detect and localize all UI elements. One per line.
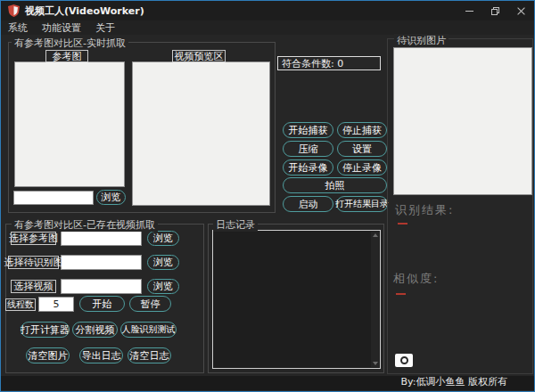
- export-log-button[interactable]: 导出日志: [79, 347, 123, 363]
- log-group-title: 日志记录: [213, 218, 258, 232]
- thread-count-label: 线程数: [5, 298, 36, 311]
- menu-bar: 系统 功能设置 关于: [1, 20, 534, 35]
- restore-icon: [491, 7, 499, 15]
- start-button[interactable]: 开始: [79, 296, 125, 312]
- target-image-panel: [393, 47, 532, 195]
- log-textarea[interactable]: [212, 230, 381, 369]
- thread-count-input[interactable]: [38, 297, 74, 312]
- browse-video-button[interactable]: 浏览: [147, 279, 179, 294]
- open-result-dir-button[interactable]: 打开结果目录: [336, 196, 388, 212]
- app-window: 视频工人(VideoWorker) 系统 功能设置 关于 有参考图对比区-实时抓…: [0, 0, 535, 392]
- target-file-input[interactable]: [61, 255, 142, 270]
- match-count-box: 符合条件数: 0: [277, 56, 381, 70]
- result-value-dash: [398, 223, 407, 225]
- reference-image-panel: [14, 61, 125, 187]
- clear-log-button[interactable]: 清空日志: [128, 347, 171, 363]
- stop-capture-button[interactable]: 停止捕获: [337, 122, 387, 138]
- reference-image-label: 参考图: [45, 50, 88, 62]
- live-compare-group-title: 有参考图对比区-实时抓取: [12, 37, 128, 50]
- minimize-button[interactable]: [457, 1, 482, 20]
- log-scrollbar[interactable]: [371, 232, 379, 367]
- shield-icon: [8, 4, 20, 17]
- browse-target-button[interactable]: 浏览: [147, 255, 179, 270]
- settings-button[interactable]: 设置: [337, 141, 387, 157]
- select-video-button[interactable]: 选择视频: [11, 280, 56, 293]
- face-recognition-test-button[interactable]: 人脸识别测试: [120, 322, 177, 338]
- menu-about[interactable]: 关于: [88, 21, 122, 35]
- stop-record-button[interactable]: 停止录像: [337, 159, 387, 176]
- similarity-value-dash: [396, 293, 406, 295]
- close-icon: [516, 6, 526, 16]
- live-browse-button[interactable]: 浏览: [96, 190, 126, 205]
- close-button[interactable]: [508, 1, 534, 20]
- reference-file-input[interactable]: [61, 231, 142, 246]
- result-label: 识别结果:: [395, 202, 454, 218]
- maximize-button[interactable]: [482, 1, 508, 20]
- launch-button[interactable]: 启动: [283, 196, 333, 212]
- minimize-icon: [465, 11, 473, 12]
- select-reference-button[interactable]: 选择参考图: [11, 232, 56, 245]
- window-title: 视频工人(VideoWorker): [25, 4, 144, 18]
- camera-icon[interactable]: [395, 354, 413, 367]
- existing-video-group-title: 有参考图对比区-已存在视频抓取: [12, 218, 158, 232]
- pause-button[interactable]: 暂停: [129, 296, 171, 312]
- scroll-up-icon: [373, 233, 378, 237]
- video-preview-panel: [132, 61, 270, 206]
- menu-function-settings[interactable]: 功能设置: [35, 21, 88, 35]
- compress-button[interactable]: 压缩: [283, 141, 333, 157]
- title-bar: 视频工人(VideoWorker): [1, 1, 534, 20]
- target-image-title: 待识别图片: [394, 34, 449, 47]
- video-preview-label: 视频预览区: [172, 50, 226, 62]
- select-target-button[interactable]: 选择待识别图: [8, 256, 59, 269]
- open-calculator-button[interactable]: 打开计算器: [21, 322, 70, 338]
- browse-reference-button[interactable]: 浏览: [147, 231, 179, 246]
- camera-lens-icon: [400, 356, 408, 364]
- similarity-label: 相似度:: [393, 271, 439, 287]
- window-controls: [457, 1, 534, 20]
- split-video-button[interactable]: 分割视频: [72, 322, 118, 338]
- start-record-button[interactable]: 开始录像: [283, 159, 333, 176]
- credit-text: By:低调小鱼鱼 版权所有: [401, 375, 507, 388]
- reference-path-input[interactable]: [13, 191, 94, 205]
- start-capture-button[interactable]: 开始捕获: [283, 122, 333, 138]
- video-file-input[interactable]: [61, 279, 142, 294]
- status-bar: By:低调小鱼鱼 版权所有: [1, 376, 534, 390]
- scroll-down-icon: [373, 362, 378, 365]
- clear-images-button[interactable]: 清空图片: [26, 347, 70, 363]
- photo-button[interactable]: 拍照: [283, 177, 387, 193]
- menu-system[interactable]: 系统: [1, 21, 35, 35]
